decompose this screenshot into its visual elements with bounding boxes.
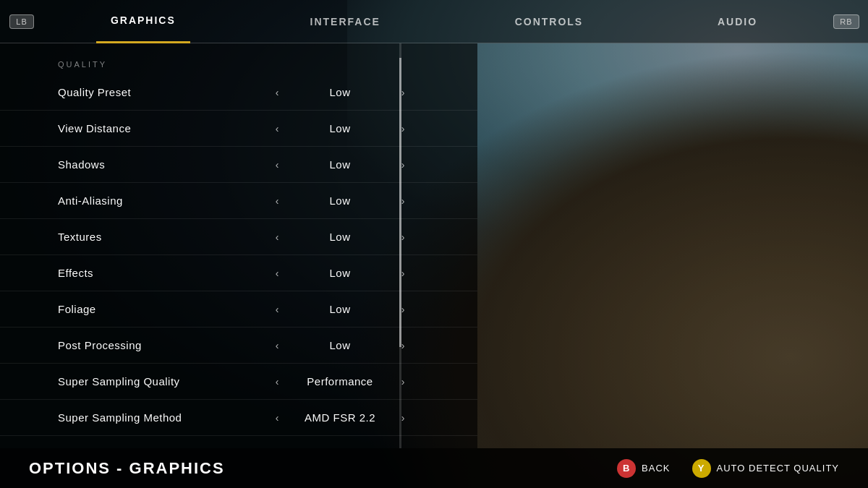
arrow-left-quality-preset[interactable]: ‹	[270, 87, 284, 98]
auto-detect-label: AUTO DETECT QUALITY	[717, 463, 840, 474]
settings-row-post-processing: Post Processing‹Low›	[0, 328, 477, 364]
row-value-textures: Low	[293, 231, 387, 243]
arrow-right-quality-preset[interactable]: ›	[396, 87, 410, 98]
settings-row-super-sampling-quality: Super Sampling Quality‹Performance›	[0, 364, 477, 400]
nav-tabs-container: GRAPHICSINTERFACECONTROLSAUDIO	[43, 0, 825, 43]
arrow-right-super-sampling-quality[interactable]: ›	[396, 376, 410, 388]
row-label-effects: Effects	[58, 267, 260, 279]
row-label-foliage: Foliage	[58, 303, 260, 315]
row-control-post-processing: ‹Low›	[260, 339, 420, 351]
row-control-anti-aliasing: ‹Low›	[260, 194, 420, 207]
settings-row-resolution-scale-3d: Resolution Scale 3D100	[0, 436, 477, 448]
row-value-super-sampling-quality: Performance	[293, 375, 387, 388]
row-label-shadows: Shadows	[58, 158, 260, 171]
row-control-textures: ‹Low›	[260, 231, 420, 243]
row-value-quality-preset: Low	[293, 86, 387, 98]
arrow-right-shadows[interactable]: ›	[396, 159, 410, 171]
row-label-quality-preset: Quality Preset	[58, 86, 260, 98]
lb-button[interactable]: LB	[0, 14, 43, 29]
row-value-shadows: Low	[293, 158, 387, 171]
y-badge: Y	[692, 459, 711, 478]
content-area: QUALITYQuality Preset‹Low›View Distance‹…	[0, 43, 868, 448]
row-value-super-sampling-method: AMD FSR 2.2	[293, 411, 387, 424]
row-control-effects: ‹Low›	[260, 267, 420, 279]
tab-interface[interactable]: INTERFACE	[296, 0, 395, 43]
row-value-anti-aliasing: Low	[293, 194, 387, 207]
row-label-post-processing: Post Processing	[58, 339, 260, 351]
row-control-view-distance: ‹Low›	[260, 122, 420, 134]
settings-row-view-distance: View Distance‹Low›	[0, 111, 477, 147]
row-value-post-processing: Low	[293, 339, 387, 351]
right-background-area	[477, 43, 868, 448]
tab-audio[interactable]: AUDIO	[703, 0, 772, 43]
row-value-view-distance: Low	[293, 122, 387, 134]
arrow-left-view-distance[interactable]: ‹	[270, 123, 284, 134]
row-label-super-sampling-method: Super Sampling Method	[58, 411, 260, 424]
row-label-resolution-scale-3d: Resolution Scale 3D	[58, 448, 260, 448]
settings-row-effects: Effects‹Low›	[0, 255, 477, 291]
settings-row-foliage: Foliage‹Low›	[0, 291, 477, 328]
arrow-right-effects[interactable]: ›	[396, 267, 410, 279]
row-control-super-sampling-method: ‹AMD FSR 2.2›	[260, 411, 420, 424]
rb-badge: RB	[833, 14, 859, 29]
arrow-left-super-sampling-method[interactable]: ‹	[270, 412, 284, 424]
arrow-left-textures[interactable]: ‹	[270, 231, 284, 243]
lb-badge: LB	[9, 14, 33, 29]
arrow-right-textures[interactable]: ›	[396, 231, 410, 243]
rb-button[interactable]: RB	[825, 14, 868, 29]
settings-row-super-sampling-method: Super Sampling Method‹AMD FSR 2.2›	[0, 400, 477, 436]
row-label-super-sampling-quality: Super Sampling Quality	[58, 375, 260, 388]
row-control-foliage: ‹Low›	[260, 303, 420, 315]
arrow-right-super-sampling-method[interactable]: ›	[396, 412, 410, 424]
back-button[interactable]: B BACK	[617, 459, 670, 478]
auto-detect-button[interactable]: Y AUTO DETECT QUALITY	[692, 459, 840, 478]
arrow-left-post-processing[interactable]: ‹	[270, 340, 284, 351]
row-control-quality-preset: ‹Low›	[260, 86, 420, 98]
bottom-controls: B BACK Y AUTO DETECT QUALITY	[617, 459, 839, 478]
row-label-textures: Textures	[58, 231, 260, 243]
row-value-foliage: Low	[293, 303, 387, 315]
scrollbar[interactable]	[399, 43, 401, 448]
page-title: OPTIONS - GRAPHICS	[29, 459, 225, 478]
arrow-right-post-processing[interactable]: ›	[396, 340, 410, 351]
slider-thumb-resolution-scale-3d[interactable]: 100	[399, 448, 420, 449]
tab-graphics[interactable]: GRAPHICS	[96, 0, 190, 43]
settings-row-shadows: Shadows‹Low›	[0, 147, 477, 183]
arrow-left-super-sampling-quality[interactable]: ‹	[270, 376, 284, 388]
scrollbar-thumb[interactable]	[399, 58, 401, 347]
b-badge: B	[617, 459, 636, 478]
arrow-right-anti-aliasing[interactable]: ›	[396, 195, 410, 207]
settings-row-anti-aliasing: Anti-Aliasing‹Low›	[0, 183, 477, 219]
settings-row-quality-preset: Quality Preset‹Low›	[0, 74, 477, 111]
row-value-effects: Low	[293, 267, 387, 279]
bottom-bar: OPTIONS - GRAPHICS B BACK Y AUTO DETECT …	[0, 448, 868, 488]
back-label: BACK	[642, 463, 670, 474]
arrow-right-foliage[interactable]: ›	[396, 304, 410, 315]
arrow-left-effects[interactable]: ‹	[270, 267, 284, 279]
tab-controls[interactable]: CONTROLS	[501, 0, 598, 43]
row-label-anti-aliasing: Anti-Aliasing	[58, 194, 260, 207]
settings-row-textures: Textures‹Low›	[0, 219, 477, 255]
section-label-quality: QUALITY	[0, 54, 477, 74]
row-control-shadows: ‹Low›	[260, 158, 420, 171]
arrow-left-foliage[interactable]: ‹	[270, 304, 284, 315]
arrow-right-view-distance[interactable]: ›	[396, 123, 410, 134]
row-control-super-sampling-quality: ‹Performance›	[260, 375, 420, 388]
arrow-left-anti-aliasing[interactable]: ‹	[270, 195, 284, 207]
row-label-view-distance: View Distance	[58, 122, 260, 134]
settings-panel: QUALITYQuality Preset‹Low›View Distance‹…	[0, 43, 477, 448]
arrow-left-shadows[interactable]: ‹	[270, 159, 284, 171]
top-navigation: LB GRAPHICSINTERFACECONTROLSAUDIO RB	[0, 0, 868, 43]
